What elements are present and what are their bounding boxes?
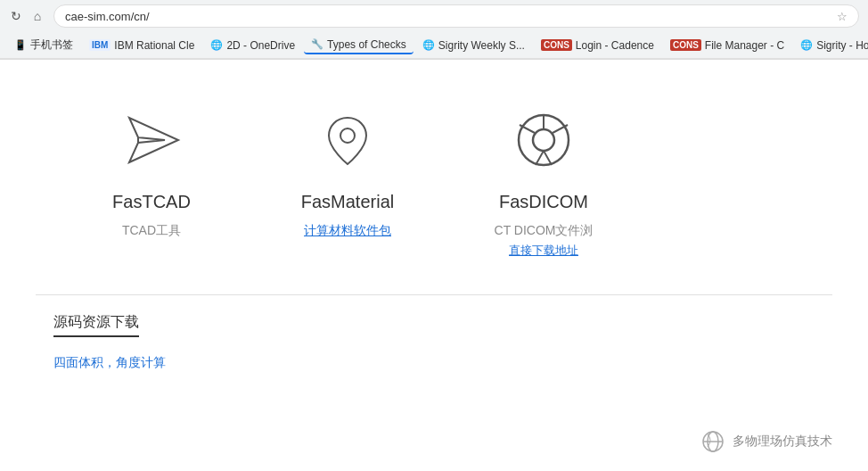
source-section: 源码资源下载 四面体积，角度计算 — [0, 295, 868, 389]
svg-line-6 — [536, 151, 544, 165]
browser-top-bar: ↻ ⌂ cae-sim.com/cn/ ☆ — [0, 0, 868, 32]
bookmark-mobile[interactable]: 📱手机书签 — [7, 36, 80, 54]
watermark-icon — [700, 429, 725, 454]
star-icon[interactable]: ☆ — [837, 10, 848, 23]
fasdicom-title: FasDICOM — [499, 192, 588, 212]
product-card-fasmaterial: FasMaterial 计算材料软件包 — [250, 95, 446, 268]
bookmark-sigrity-weekly[interactable]: 🌐Sigrity Weekly S... — [415, 37, 532, 54]
svg-line-7 — [544, 151, 552, 165]
bookmark-ibm[interactable]: IBMIBM Rational Cle — [82, 37, 201, 54]
url-text: cae-sim.com/cn/ — [65, 10, 150, 23]
svg-marker-0 — [129, 118, 178, 162]
fastcad-desc: TCAD工具 — [122, 223, 181, 239]
svg-point-2 — [340, 128, 355, 143]
fasmaterial-icon — [312, 104, 383, 176]
fasdicom-desc: CT DICOM文件浏 — [495, 223, 594, 239]
fasdicom-extra[interactable]: 直接下载地址 — [509, 243, 578, 259]
reload-icon[interactable]: ↻ — [9, 9, 23, 23]
bookmark-2d-onedrive[interactable]: 🌐2D - OneDrive — [203, 37, 302, 54]
product-card-fasdicom: FasDICOM CT DICOM文件浏 直接下载地址 — [446, 95, 642, 268]
product-card-fastcad: FasTCAD TCAD工具 — [53, 95, 250, 268]
browser-nav-icons: ↻ ⌂ — [9, 9, 45, 23]
svg-point-4 — [533, 129, 554, 151]
source-link-tetrahedral[interactable]: 四面体积，角度计算 — [53, 355, 815, 371]
browser-chrome: ↻ ⌂ cae-sim.com/cn/ ☆ 📱手机书签IBMIBM Ration… — [0, 0, 868, 60]
source-section-title: 源码资源下载 — [53, 313, 139, 337]
fastcad-title: FasTCAD — [112, 192, 191, 212]
bookmarks-bar: 📱手机书签IBMIBM Rational Cle🌐2D - OneDrive🔧T… — [0, 32, 868, 59]
bookmark-login-cadence[interactable]: CONSLogin - Cadence — [534, 37, 661, 54]
home-icon[interactable]: ⌂ — [30, 9, 45, 23]
page-content: FasTCAD TCAD工具 FasMaterial 计算材料软件包 — [0, 60, 868, 471]
address-bar[interactable]: cae-sim.com/cn/ ☆ — [53, 4, 859, 28]
fastcad-icon — [116, 104, 187, 176]
bookmark-types-checks[interactable]: 🔧Types of Checks — [304, 37, 414, 54]
fasmaterial-desc: 计算材料软件包 — [304, 223, 391, 239]
watermark: 多物理场仿真技术 — [700, 429, 832, 454]
watermark-text: 多物理场仿真技术 — [733, 434, 832, 450]
bookmark-sigrity-home[interactable]: 🌐Sigrity - Home — [793, 37, 868, 54]
fasdicom-icon — [508, 104, 579, 176]
fasmaterial-title: FasMaterial — [301, 192, 394, 212]
bookmark-file-manager[interactable]: CONSFile Manager - C — [663, 37, 791, 54]
products-section: FasTCAD TCAD工具 FasMaterial 计算材料软件包 — [0, 60, 868, 294]
